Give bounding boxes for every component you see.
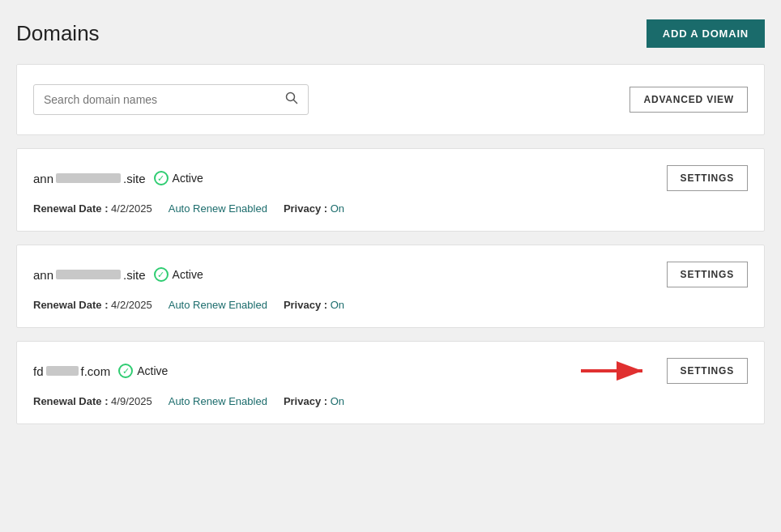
active-check-icon: ✓ [118, 364, 133, 378]
privacy-label: Privacy : [284, 395, 327, 407]
privacy-label: Privacy : [284, 202, 327, 215]
domain-info: ann .site ✓ Active [33, 171, 203, 185]
auto-renew-label: Auto Renew Enabled [169, 299, 267, 311]
privacy-value: On [331, 299, 344, 311]
domain-card-bottom: Renewal Date : 4/9/2025 Auto Renew Enabl… [33, 395, 748, 407]
renewal-date: Renewal Date : 4/2/2025 [33, 202, 152, 215]
search-card: ADVANCED VIEW [16, 64, 765, 135]
domain-name-suffix: .site [123, 268, 146, 282]
domain-name-blur [56, 270, 121, 279]
renewal-date-value: 4/9/2025 [111, 395, 152, 407]
renewal-date-value: 4/2/2025 [111, 299, 152, 311]
domain-card-top: ann .site ✓ Active SETTINGS [33, 165, 748, 191]
privacy-value: On [331, 202, 344, 215]
auto-renew-label: Auto Renew Enabled [169, 395, 267, 407]
domain-name-blur [56, 173, 121, 183]
arrow-indicator [578, 360, 651, 382]
domain-name: ann .site [33, 172, 146, 185]
domain-name: ann .site [33, 268, 146, 282]
active-check-icon: ✓ [154, 171, 169, 185]
domain-name-prefix: ann [33, 172, 53, 185]
domain-card: ann .site ✓ Active SETTINGS Renewal D [16, 245, 765, 328]
domain-name: fd f.com [33, 364, 110, 378]
domain-name-suffix: .site [123, 172, 146, 185]
domain-list: ann .site ✓ Active SETTINGS Renewal D [16, 148, 765, 424]
domain-name-blur [46, 366, 79, 376]
domain-card: fd f.com ✓ Active [16, 341, 765, 424]
privacy-value: On [331, 395, 344, 407]
status-text: Active [173, 172, 203, 185]
settings-button[interactable]: SETTINGS [667, 262, 748, 287]
domain-card-top: fd f.com ✓ Active [33, 358, 748, 384]
renewal-date-label: Renewal Date : [33, 299, 108, 311]
domain-name-suffix: f.com [81, 364, 111, 378]
domain-card-bottom: Renewal Date : 4/2/2025 Auto Renew Enabl… [33, 202, 748, 215]
page-title: Domains [16, 21, 100, 46]
domain-name-prefix: fd [33, 364, 44, 378]
privacy-section: Privacy : On [284, 202, 344, 215]
privacy-section: Privacy : On [284, 395, 344, 407]
search-icon [285, 92, 298, 108]
domain-name-prefix: ann [33, 268, 53, 282]
auto-renew-label: Auto Renew Enabled [169, 202, 267, 215]
domain-card: ann .site ✓ Active SETTINGS Renewal D [16, 148, 765, 232]
privacy-section: Privacy : On [284, 299, 344, 311]
active-check-icon: ✓ [154, 267, 169, 282]
advanced-view-button[interactable]: ADVANCED VIEW [629, 87, 748, 113]
renewal-date-label: Renewal Date : [33, 202, 108, 215]
status-text: Active [173, 268, 203, 281]
settings-button[interactable]: SETTINGS [667, 358, 748, 384]
status-badge: ✓ Active [118, 364, 168, 378]
search-box[interactable] [33, 84, 309, 115]
renewal-date-value: 4/2/2025 [111, 202, 152, 215]
status-badge: ✓ Active [154, 267, 203, 282]
svg-line-1 [294, 100, 297, 104]
privacy-label: Privacy : [284, 299, 327, 311]
add-domain-button[interactable]: ADD A DOMAIN [647, 19, 765, 48]
domain-info: ann .site ✓ Active [33, 267, 203, 282]
domain-info: fd f.com ✓ Active [33, 364, 168, 378]
settings-button[interactable]: SETTINGS [667, 165, 748, 191]
search-input[interactable] [44, 93, 280, 106]
status-text: Active [137, 364, 168, 377]
domain-card-top: ann .site ✓ Active SETTINGS [33, 262, 748, 287]
page-header: Domains ADD A DOMAIN [16, 19, 765, 48]
status-badge: ✓ Active [154, 171, 203, 185]
renewal-date-label: Renewal Date : [33, 395, 108, 407]
renewal-date: Renewal Date : 4/9/2025 [33, 395, 152, 407]
renewal-date: Renewal Date : 4/2/2025 [33, 299, 152, 311]
domain-card-bottom: Renewal Date : 4/2/2025 Auto Renew Enabl… [33, 299, 748, 311]
